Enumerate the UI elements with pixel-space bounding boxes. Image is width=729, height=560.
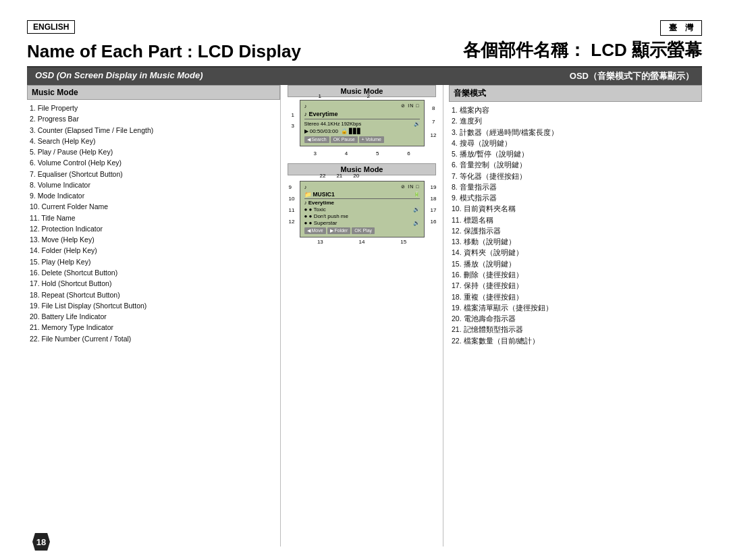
list-item: 13. Move (Help Key)	[30, 234, 277, 245]
zh-list-item: 13. 移動（說明鍵）	[452, 236, 699, 247]
zh-list-item: 10. 目前資料夾名稱	[452, 203, 699, 214]
lcd1-bottom-nums: 3 4 5 6	[300, 150, 425, 157]
title-zh: 各個部件名稱： LCD 顯示螢幕	[463, 38, 702, 62]
list-item: 17. Hold (Shortcut Button)	[30, 278, 277, 289]
lcd2-dot3: ●	[304, 220, 308, 226]
lcd2-n18: 18	[431, 196, 437, 202]
zh-list-item: 18. 重複（捷徑按鈕）	[452, 291, 699, 302]
lcd2-btn-play: OK Play	[352, 227, 375, 234]
lcd1-buttons: ◀ Search OK Pause + Volume	[304, 136, 420, 143]
lcd2-n14: 14	[359, 239, 365, 245]
list-item: 1. File Property	[30, 103, 277, 113]
lcd1-num1-left: 1	[292, 112, 294, 118]
zh-list-item: 14. 資料夾（說明鍵）	[452, 247, 699, 258]
lcd2-music-icon: ♪	[304, 184, 307, 190]
top-labels: ENGLISH 臺 灣	[27, 20, 702, 36]
lcd2-bottom-nums: 13 14 15	[300, 239, 425, 245]
lcd2-n21: 21	[336, 173, 342, 179]
lcd1-btn-volume: + Volume	[359, 136, 384, 143]
zh-list-item: 2. 進度列	[452, 115, 699, 126]
right-item-list: 1. 檔案內容 2. 進度列 3. 計數器（經過時間/檔案長度） 4. 搜尋（說…	[449, 105, 702, 346]
list-item: 2. Progress Bar	[30, 113, 277, 124]
list-item: 4. Search (Help Key)	[30, 136, 277, 146]
lcd1-label: Music Mode	[288, 85, 436, 97]
lcd2-display: ♪ ⊘ IN □ 📁 MUSIC1 🔋 ♪ Everytime ● ● To	[300, 181, 425, 237]
lcd1-title: ♪ Everytime	[304, 111, 420, 117]
lcd1-time: ▶ 00:50/03:00	[304, 128, 338, 134]
lcd2-vol-icon: 🔊	[413, 220, 420, 226]
left-half: Music Mode 1. File Property 2. Progress …	[27, 85, 280, 547]
zh-list-item: 16. 刪除（捷徑按鈕）	[452, 269, 699, 280]
zh-list-item: 8. 音量指示器	[452, 181, 699, 192]
lcd2-indicators: ⊘ IN □	[401, 184, 419, 190]
zh-list-item: 3. 計數器（經過時間/檔案長度）	[452, 127, 699, 138]
lcd2-n15: 15	[400, 239, 406, 245]
osd-right: OSD（音樂模式下的螢幕顯示）	[364, 67, 702, 85]
zh-list-item: 17. 保持（捷徑按鈕）	[452, 280, 699, 291]
lcd2-eq-icon: 🔊	[413, 206, 420, 213]
zh-list-item: 1. 檔案內容	[452, 105, 699, 115]
lcd1-num1: 1	[319, 93, 321, 99]
lcd1-num12: 12	[431, 132, 437, 138]
lcd1-vol-icon: 🔊	[414, 121, 420, 127]
list-item: 22. File Number (Current / Total)	[30, 333, 277, 344]
zh-list-item: 9. 模式指示器	[452, 192, 699, 203]
lcd1-indicators: ⊘ IN □	[401, 103, 419, 109]
lcd1-num8: 8	[432, 105, 435, 111]
zh-list-item: 12. 保護指示器	[452, 225, 699, 236]
list-item: 10. Current Folder Name	[30, 201, 277, 212]
lcd1-vol-bar: ▊▊▊	[349, 128, 361, 134]
lcd2-track2: ● ● Toxic 🔊	[304, 206, 420, 213]
page-number: 18	[32, 533, 50, 551]
list-item: 9. Mode Indicator	[30, 190, 277, 201]
content-area: Music Mode 1. File Property 2. Progress …	[27, 85, 702, 547]
list-item: 15. Play (Help Key)	[30, 256, 277, 267]
taiwan-badge: 臺 灣	[660, 20, 702, 36]
lcd1-lock-icon: 🔒	[341, 128, 348, 134]
lcd2-track4: ● ● Superstar 🔊	[304, 220, 420, 226]
lcd2-track2-text: ● Toxic	[309, 206, 326, 213]
list-item: 3. Counter (Elapsed Time / File Length)	[30, 125, 277, 136]
lcd1-num7: 7	[432, 119, 435, 125]
lcd1-n6: 6	[407, 150, 410, 157]
lcd2-n19: 19	[431, 184, 437, 190]
left-item-list: 1. File Property 2. Progress Bar 3. Coun…	[27, 103, 280, 344]
lcd1-music-icon: ♪	[304, 103, 307, 109]
lcd2-buttons: ◀ Move ▶ Folder OK Play	[304, 227, 420, 234]
lcd1-n5: 5	[376, 150, 379, 157]
lcd2-dot2: ●	[304, 213, 308, 219]
list-item: 6. Volume Control (Help Key)	[30, 157, 277, 168]
zh-list-item: 11. 標題名稱	[452, 215, 699, 225]
lcd2-battery-icon: 🔋	[414, 192, 420, 197]
lcd2-left-nums: 9 10 11 12	[289, 184, 295, 225]
title-en: Name of Each Part : LCD Display	[27, 41, 301, 62]
lcd1-n3: 3	[313, 150, 316, 157]
list-item: 11. Title Name	[30, 213, 277, 223]
lcd1-display: ♪ ⊘ IN □ ♪ Everytime Stereo 44.1KHz 192K…	[300, 100, 425, 146]
lcd2-track3-text: ● Don't push me	[309, 213, 348, 219]
list-item: 12. Protection Indicator	[30, 223, 277, 234]
lcd2-folder-name: MUSIC1	[313, 191, 335, 198]
zh-list-item: 20. 電池壽命指示器	[452, 313, 699, 324]
lcd2-n16: 16	[431, 219, 437, 225]
lcd2-n12: 12	[289, 219, 295, 225]
lcd2-n11: 11	[289, 207, 295, 213]
osd-left: OSD (On Screen Display in Music Mode)	[27, 67, 364, 85]
lcd-column: Music Mode 1 2 8 7 12 1 3 ♪ ⊘ IN □ ♪ Ev	[281, 85, 443, 547]
lcd2-track1: ♪ Everytime	[304, 200, 420, 206]
list-item: 18. Repeat (Shortcut Button)	[30, 289, 277, 300]
lcd1-btn-search: ◀ Search	[304, 136, 329, 143]
lcd1-wrapper: 1 2 8 7 12 1 3 ♪ ⊘ IN □ ♪ Everytime	[300, 100, 425, 157]
list-item: 8. Volume Indicator	[30, 179, 277, 190]
lcd1-num3-left: 3	[292, 123, 294, 129]
lcd2-n9: 9	[289, 184, 295, 190]
zh-list-item: 6. 音量控制（說明鍵）	[452, 159, 699, 170]
list-item: 19. File List Display (Shortcut Button)	[30, 300, 277, 311]
osd-banner: OSD (On Screen Display in Music Mode) OS…	[27, 67, 702, 85]
zh-list-item: 15. 播放（說明鍵）	[452, 258, 699, 269]
lcd2-btn-folder: ▶ Folder	[327, 227, 351, 234]
zh-list-item: 4. 搜尋（說明鍵）	[452, 138, 699, 148]
lcd1-num2: 2	[367, 93, 370, 99]
zh-list-item: 7. 等化器（捷徑按鈕）	[452, 171, 699, 181]
lcd1-stereo: Stereo 44.1KHz 192Kbps	[304, 121, 362, 127]
